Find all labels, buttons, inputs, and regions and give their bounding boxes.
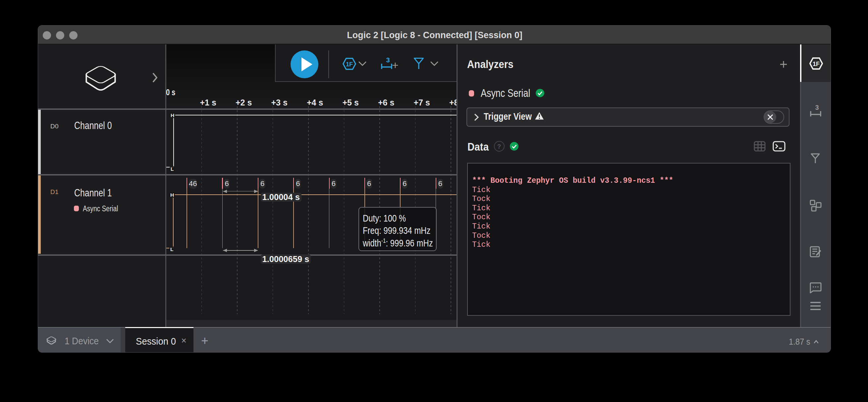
svg-text:1F: 1F — [813, 61, 819, 67]
svg-text:3: 3 — [815, 105, 819, 111]
svg-text:1F: 1F — [346, 61, 353, 68]
svg-text:3: 3 — [386, 57, 390, 64]
